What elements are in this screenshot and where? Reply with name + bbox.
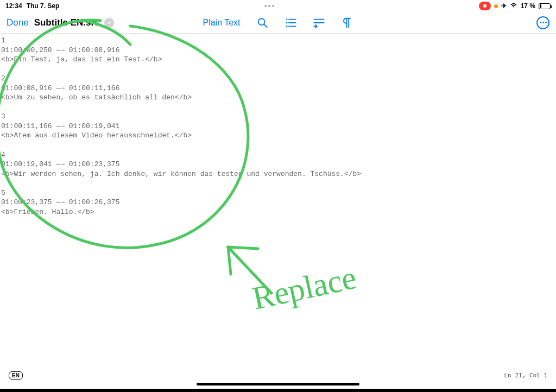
plain-text-button[interactable]: Plain Text — [203, 18, 240, 28]
filename-label[interactable]: Subtitle EN.srt — [34, 17, 98, 28]
status-grabber[interactable] — [264, 5, 274, 7]
svg-point-2 — [286, 18, 288, 20]
indent-icon[interactable] — [313, 17, 325, 29]
cursor-position: Ln 21, Col 1 — [504, 372, 548, 379]
status-left: 12:34 Thu 7. Sep — [5, 2, 59, 10]
svg-point-6 — [286, 26, 288, 27]
recording-indicator-icon[interactable] — [479, 2, 491, 10]
pilcrow-icon[interactable] — [342, 17, 353, 29]
more-icon[interactable] — [536, 16, 549, 29]
list-icon[interactable] — [285, 17, 297, 29]
status-time: 12:34 — [5, 2, 22, 10]
status-bar: 12:34 Thu 7. Sep ✈︎ 17 % — [0, 0, 556, 12]
svg-point-4 — [286, 22, 288, 23]
status-right: ✈︎ 17 % — [479, 2, 551, 10]
bottom-bar: EN Ln 21, Col 1 — [0, 366, 556, 384]
done-button[interactable]: Done — [7, 17, 29, 28]
home-indicator[interactable] — [197, 383, 359, 385]
airplane-icon: ✈︎ — [501, 2, 507, 10]
battery-pct: 17 % — [521, 2, 535, 10]
text-editor[interactable]: 1 01:00:00,250 —→ 01:00:08,916 <b>Ein Te… — [0, 34, 556, 367]
search-icon[interactable] — [257, 17, 269, 29]
battery-icon — [539, 3, 551, 9]
chevron-down-icon[interactable] — [104, 18, 114, 28]
status-date: Thu 7. Sep — [27, 2, 60, 10]
toolbar: Done Subtitle EN.srt Plain Text — [0, 12, 556, 34]
location-use-indicator-icon — [494, 4, 498, 8]
keyboard-lang-button[interactable]: EN — [9, 371, 23, 380]
wifi-icon — [510, 2, 517, 10]
svg-line-1 — [264, 24, 267, 27]
